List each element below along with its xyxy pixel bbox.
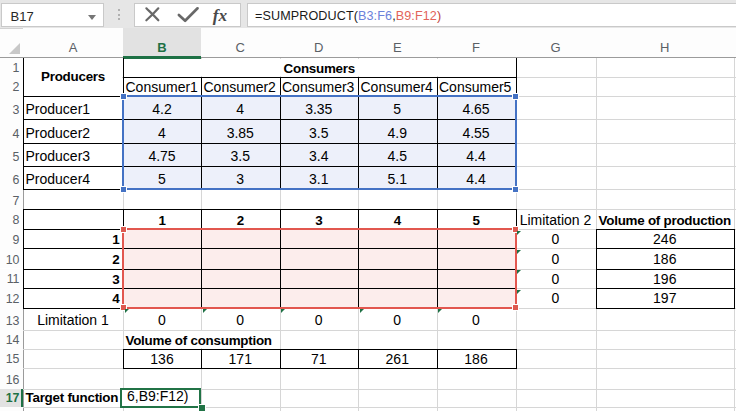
cell-A17[interactable]: Target function (23, 389, 123, 407)
cell-H8[interactable]: Volume of production (596, 209, 735, 229)
cell-A9[interactable]: 1 (23, 229, 123, 248)
row-header-partial[interactable] (0, 407, 23, 411)
cell-E3[interactable]: 5 (358, 96, 437, 119)
row-header-17[interactable]: 17 (0, 389, 23, 407)
cell-B6[interactable]: 5 (123, 166, 201, 189)
row-header-10[interactable]: 10 (0, 248, 23, 268)
cell-C2[interactable]: Consumer2 (201, 77, 280, 96)
cell-C3[interactable]: 4 (201, 96, 280, 119)
cell-G8[interactable]: Limitation 2 (516, 209, 596, 229)
column-header-E[interactable]: E (358, 28, 437, 57)
cell-H11[interactable]: 196 (596, 269, 735, 289)
table-border (516, 58, 517, 79)
row-header-5[interactable]: 5 (0, 143, 23, 166)
formula-segment: ) (437, 9, 441, 23)
cell-D3[interactable]: 3.35 (280, 96, 359, 119)
cancel-icon[interactable] (146, 8, 158, 20)
column-header-B[interactable]: B (123, 28, 201, 57)
cell-D4[interactable]: 3.5 (280, 119, 359, 143)
cell-F15[interactable]: 186 (437, 349, 516, 368)
cell-F3[interactable]: 4.65 (437, 96, 516, 119)
cell-F2[interactable]: Consumer5 (437, 77, 516, 96)
cell-A10[interactable]: 2 (23, 248, 123, 268)
row-header-11[interactable]: 11 (0, 269, 23, 289)
cell-A13[interactable]: Limitation 1 (23, 308, 123, 330)
cell-H10[interactable]: 186 (596, 248, 735, 268)
column-header-C[interactable]: C (201, 28, 280, 57)
column-header-H[interactable]: H (596, 28, 735, 57)
cell-D2[interactable]: Consumer3 (280, 77, 359, 96)
cell-A5[interactable]: Producer3 (23, 143, 123, 166)
cell-B2[interactable]: Consumer1 (123, 77, 201, 96)
row-header-3[interactable]: 3 (0, 96, 23, 119)
row-header-13[interactable]: 13 (0, 308, 23, 330)
cell-E8[interactable]: 4 (358, 209, 437, 229)
row-header-1[interactable]: 1 (0, 58, 23, 78)
cell-C15[interactable]: 171 (201, 349, 280, 368)
cell-B14[interactable]: Volume of consumption (123, 330, 201, 350)
cell-A4[interactable]: Producer2 (23, 119, 123, 143)
cell-C13[interactable]: 0 (201, 308, 280, 330)
cell-G12[interactable]: 0 (516, 288, 596, 308)
cell-B5[interactable]: 4.75 (123, 143, 201, 166)
cell-D15[interactable]: 71 (280, 349, 359, 368)
cell-F6[interactable]: 4.4 (437, 166, 516, 189)
cell-E6[interactable]: 5.1 (358, 166, 437, 189)
cell-E5[interactable]: 4.5 (358, 143, 437, 166)
cell-A11[interactable]: 3 (23, 269, 123, 289)
cell-B3[interactable]: 4.2 (123, 96, 201, 119)
cell-H9[interactable]: 246 (596, 229, 735, 248)
cell-G11[interactable]: 0 (516, 269, 596, 289)
row-header-15[interactable]: 15 (0, 349, 23, 368)
name-box-dropdown-icon[interactable] (88, 15, 96, 20)
cell-C5[interactable]: 3.5 (201, 143, 280, 166)
cell-E2[interactable]: Consumer4 (358, 77, 437, 96)
cell-D13[interactable]: 0 (280, 308, 359, 330)
cell-C4[interactable]: 3.85 (201, 119, 280, 143)
column-header-D[interactable]: D (280, 28, 359, 57)
row-header-2[interactable]: 2 (0, 77, 23, 96)
cell-F13[interactable]: 0 (437, 308, 516, 330)
cell-B1:F1[interactable]: Consumers (123, 58, 516, 78)
cell-F4[interactable]: 4.55 (437, 119, 516, 143)
cell-F8[interactable]: 5 (437, 209, 516, 229)
cell-D5[interactable]: 3.4 (280, 143, 359, 166)
column-header-G[interactable]: G (516, 28, 596, 57)
cell-E15[interactable]: 261 (358, 349, 437, 368)
name-box[interactable]: B17 (1, 3, 105, 27)
select-all-corner[interactable] (0, 28, 23, 57)
column-header-A[interactable]: A (23, 28, 123, 57)
column-header-F[interactable]: F (437, 28, 516, 57)
row-header-8[interactable]: 8 (0, 209, 23, 229)
enter-icon[interactable] (179, 8, 198, 20)
cell-H12[interactable]: 197 (596, 288, 735, 308)
cell-C8[interactable]: 2 (201, 209, 280, 229)
row-header-7[interactable]: 7 (0, 189, 23, 209)
cell-B15[interactable]: 136 (123, 349, 201, 368)
row-header-6[interactable]: 6 (0, 166, 23, 189)
cell-A6[interactable]: Producer4 (23, 166, 123, 189)
cell-G9[interactable]: 0 (516, 229, 596, 248)
row-header-4[interactable]: 4 (0, 119, 23, 143)
row-header-9[interactable]: 9 (0, 229, 23, 248)
cell-A12[interactable]: 4 (23, 288, 123, 308)
cell-A1:A2[interactable]: Producers (23, 58, 123, 97)
cell-D8[interactable]: 3 (280, 209, 359, 229)
row-header-12[interactable]: 12 (0, 288, 23, 308)
cell-E13[interactable]: 0 (358, 308, 437, 330)
cell-D6[interactable]: 3.1 (280, 166, 359, 189)
edit-cell-fill-handle[interactable] (198, 404, 206, 411)
cell-F5[interactable]: 4.4 (437, 143, 516, 166)
cell-G10[interactable]: 0 (516, 248, 596, 268)
insert-function-icon[interactable]: fx (213, 6, 228, 25)
cell-A3[interactable]: Producer1 (23, 96, 123, 119)
grip-dot (118, 14, 120, 16)
row-header-14[interactable]: 14 (0, 330, 23, 350)
cell-C6[interactable]: 3 (201, 166, 280, 189)
cell-B8[interactable]: 1 (123, 209, 201, 229)
row-header-16[interactable]: 16 (0, 368, 23, 389)
cell-B4[interactable]: 4 (123, 119, 201, 143)
cell-E4[interactable]: 4.9 (358, 119, 437, 143)
cell-B13[interactable]: 0 (123, 308, 201, 330)
formula-input[interactable]: =SUMPRODUCT(B3:F6,B9:F12) (247, 3, 736, 27)
